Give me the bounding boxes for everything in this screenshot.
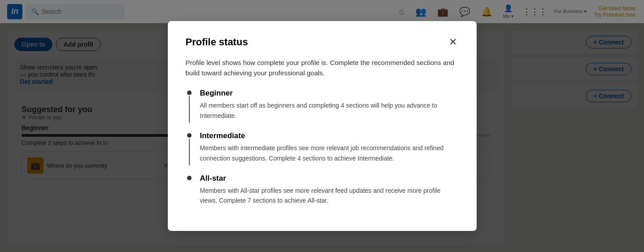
level-line-beginner (189, 96, 190, 123)
level-indicator-beginner (186, 89, 193, 123)
level-content-beginner: Beginner All members start off as beginn… (200, 89, 459, 131)
level-name-intermediate: Intermediate (200, 131, 459, 140)
level-desc-intermediate: Members with intermediate profiles see m… (200, 143, 459, 163)
level-name-allstar: All-star (200, 174, 459, 183)
level-item-intermediate: Intermediate Members with intermediate p… (186, 131, 459, 174)
level-dot-beginner (187, 91, 192, 95)
level-content-allstar: All-star Members with All-star profiles … (200, 174, 459, 217)
modal-title: Profile status (186, 36, 248, 48)
levels-list: Beginner All members start off as beginn… (186, 89, 459, 216)
level-item-allstar: All-star Members with All-star profiles … (186, 174, 459, 217)
level-content-intermediate: Intermediate Members with intermediate p… (200, 131, 459, 174)
level-line-intermediate (189, 139, 190, 165)
profile-status-modal: Profile status ✕ Profile level shows how… (168, 21, 477, 230)
level-desc-beginner: All members start off as beginners and c… (200, 100, 459, 121)
level-name-beginner: Beginner (200, 89, 459, 98)
modal-close-button[interactable]: ✕ (447, 35, 459, 49)
level-dot-intermediate (187, 133, 192, 138)
modal-description: Profile level shows how complete your pr… (186, 58, 459, 78)
level-desc-allstar: Members with All-star profiles see more … (200, 186, 459, 206)
level-item-beginner: Beginner All members start off as beginn… (186, 89, 459, 131)
level-indicator-intermediate (186, 131, 193, 165)
modal-overlay[interactable]: Profile status ✕ Profile level shows how… (0, 0, 644, 252)
level-dot-allstar (187, 176, 192, 180)
level-indicator-allstar (186, 174, 193, 180)
modal-header: Profile status ✕ (186, 35, 459, 49)
